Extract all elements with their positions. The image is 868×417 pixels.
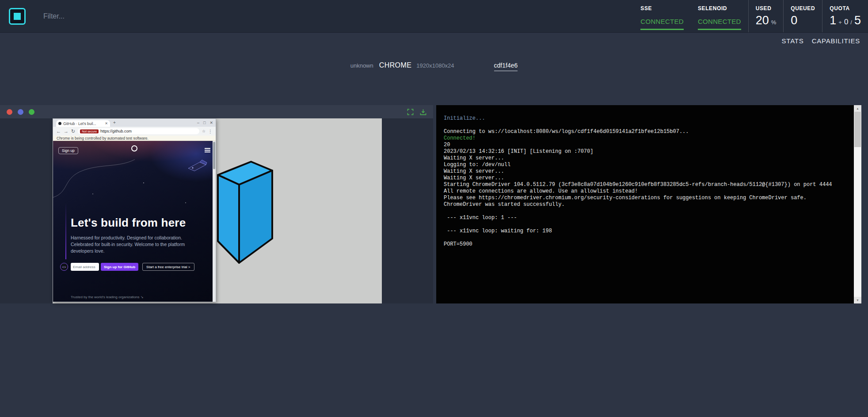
window-dot-blue bbox=[18, 109, 23, 115]
chrome-tab-strip: GitHub · Let's buil... ✕ + – □ ✕ bbox=[53, 119, 216, 127]
hamburger-menu-icon[interactable] bbox=[205, 148, 210, 153]
chrome-window: GitHub · Let's buil... ✕ + – □ ✕ ← → ↻ N… bbox=[53, 118, 216, 302]
github-signup-top-button[interactable]: Sign up bbox=[58, 147, 78, 154]
tab-capabilities[interactable]: CAPABILITIES bbox=[812, 37, 860, 45]
log-line: Waiting X server... bbox=[444, 168, 849, 175]
log-line: 20 bbox=[444, 142, 849, 148]
tab-favicon bbox=[58, 122, 61, 125]
session-resolution: 1920x1080x24 bbox=[416, 62, 454, 69]
download-icon[interactable] bbox=[420, 109, 426, 115]
scroll-up-icon[interactable]: ▲ bbox=[854, 105, 861, 112]
quota-plus: + bbox=[838, 19, 842, 26]
scroll-down-icon[interactable]: ▼ bbox=[854, 297, 861, 303]
hero-cta-row: Sign up for GitHub Start a free enterpri… bbox=[71, 263, 194, 271]
github-logo-icon bbox=[131, 145, 137, 152]
stat-used-value: 20 % bbox=[756, 14, 777, 27]
log-scrollbar-thumb[interactable] bbox=[854, 112, 861, 147]
log-line: All remote connections are allowed. Use … bbox=[444, 188, 849, 195]
chrome-tab[interactable]: GitHub · Let's buil... ✕ bbox=[56, 120, 110, 127]
vnc-panel: GitHub · Let's buil... ✕ + – □ ✕ ← → ↻ N… bbox=[0, 105, 433, 303]
quota-used: 1 bbox=[830, 14, 836, 27]
window-dot-green bbox=[29, 109, 34, 115]
log-scrollbar[interactable]: ▲ ▼ bbox=[854, 105, 861, 303]
queued-count: 0 bbox=[791, 14, 797, 27]
log-line: PORT=5900 bbox=[444, 241, 849, 248]
used-unit: % bbox=[771, 19, 777, 26]
tab-close-icon[interactable]: ✕ bbox=[105, 121, 108, 125]
stat-used: USED 20 % bbox=[748, 0, 784, 32]
browser-menu-icon[interactable]: ⋮ bbox=[208, 129, 213, 134]
stat-queued-label: QUEUED bbox=[791, 5, 815, 11]
close-icon[interactable]: ✕ bbox=[209, 121, 213, 125]
code-badge: <> bbox=[60, 263, 68, 271]
stat-quota: QUOTA 1 + 0 / 5 bbox=[822, 0, 868, 32]
log-line: Connected! bbox=[444, 135, 849, 142]
stat-selenoid-label: SELENOID bbox=[698, 5, 741, 11]
stat-sse-label: SSE bbox=[640, 5, 684, 11]
stats-summary: SSE CONNECTED SELENOID CONNECTED USED 20… bbox=[633, 0, 868, 32]
chrome-toolbar: ← → ↻ Not secure https://github.com ☆ ⋮ bbox=[53, 127, 216, 136]
log-line: Please see https://chromedriver.chromium… bbox=[444, 195, 849, 201]
stat-sse-value: CONNECTED bbox=[640, 18, 684, 25]
session-row[interactable]: unknown CHROME 1920x1080x24 cdf1f4e6 bbox=[0, 61, 868, 71]
session-browser: CHROME bbox=[379, 61, 412, 69]
log-output: Initialize... Connecting to ws://localho… bbox=[436, 105, 854, 303]
log-panel: Initialize... Connecting to ws://localho… bbox=[436, 105, 861, 303]
automation-notice-text: Chrome is being controlled by automated … bbox=[57, 136, 148, 140]
url-text: https://github.com bbox=[100, 129, 132, 133]
used-percent: 20 bbox=[756, 14, 769, 27]
view-tabs: STATS CAPABILITIES bbox=[782, 37, 860, 45]
bookmark-star-icon[interactable]: ☆ bbox=[202, 129, 206, 133]
security-badge: Not secure bbox=[80, 129, 99, 133]
window-controls: – □ ✕ bbox=[197, 119, 213, 127]
vnc-screen[interactable]: GitHub · Let's buil... ✕ + – □ ✕ ← → ↻ N… bbox=[53, 118, 382, 303]
session-id[interactable]: cdf1f4e6 bbox=[494, 62, 518, 71]
log-line: Waiting X server... bbox=[444, 155, 849, 162]
log-line bbox=[444, 208, 849, 215]
stat-queued: QUEUED 0 bbox=[783, 0, 822, 32]
log-line: ChromeDriver was started successfully. bbox=[444, 201, 849, 208]
stat-quota-value: 1 + 0 / 5 bbox=[830, 14, 861, 27]
log-line: --- x11vnc loop: waiting for: 198 bbox=[444, 228, 849, 235]
hero-subtext: Harnessed for productivity. Designed for… bbox=[71, 235, 186, 254]
enterprise-trial-button[interactable]: Start a free enterprise trial > bbox=[142, 263, 194, 271]
spaceship-illustration bbox=[187, 159, 208, 174]
stat-sse: SSE CONNECTED bbox=[633, 0, 691, 32]
cube-illustration bbox=[215, 159, 275, 265]
stat-queued-value: 0 bbox=[791, 14, 815, 27]
log-line: 2023/02/13 14:32:16 [INIT] [Listening on… bbox=[444, 148, 849, 155]
log-line: Waiting X server... bbox=[444, 175, 849, 182]
quota-slash: / bbox=[850, 19, 852, 26]
back-icon[interactable]: ← bbox=[56, 129, 61, 134]
log-line bbox=[444, 235, 849, 241]
filter-input[interactable] bbox=[43, 12, 233, 20]
trusted-text: Trusted by the world's leading organizat… bbox=[71, 295, 143, 299]
forward-icon[interactable]: → bbox=[64, 129, 69, 134]
automation-notice: Chrome is being controlled by automated … bbox=[53, 136, 216, 141]
url-bar[interactable]: Not secure https://github.com bbox=[78, 128, 199, 134]
email-input[interactable] bbox=[71, 263, 99, 271]
log-line: Connecting to ws://localhost:8080/ws/log… bbox=[444, 129, 849, 135]
log-line: Initialize... bbox=[444, 115, 849, 122]
tab-stats[interactable]: STATS bbox=[782, 37, 804, 45]
vnc-window-header bbox=[0, 105, 433, 118]
selenoid-logo[interactable] bbox=[9, 8, 26, 25]
code-gradient-line bbox=[65, 203, 66, 259]
maximize-icon[interactable]: □ bbox=[203, 121, 206, 125]
tab-title: GitHub · Let's buil... bbox=[63, 121, 103, 126]
log-line bbox=[444, 221, 849, 228]
stat-selenoid-value: CONNECTED bbox=[698, 18, 741, 25]
log-line: --- x11vnc loop: 1 --- bbox=[444, 215, 849, 221]
minimize-icon[interactable]: – bbox=[197, 121, 199, 125]
vnc-actions bbox=[407, 109, 426, 115]
log-line: Starting ChromeDriver 104.0.5112.79 (3cf… bbox=[444, 182, 849, 188]
log-line: Logging to: /dev/null bbox=[444, 162, 849, 168]
reload-icon[interactable]: ↻ bbox=[71, 129, 75, 134]
quota-pending: 0 bbox=[844, 18, 848, 27]
stat-selenoid: SELENOID CONNECTED bbox=[691, 0, 748, 32]
selenoid-logo-square bbox=[14, 13, 21, 20]
top-bar: SSE CONNECTED SELENOID CONNECTED USED 20… bbox=[0, 0, 868, 33]
signup-github-button[interactable]: Sign up for GitHub bbox=[101, 263, 138, 271]
fullscreen-icon[interactable] bbox=[407, 109, 414, 115]
new-tab-icon[interactable]: + bbox=[113, 120, 116, 125]
